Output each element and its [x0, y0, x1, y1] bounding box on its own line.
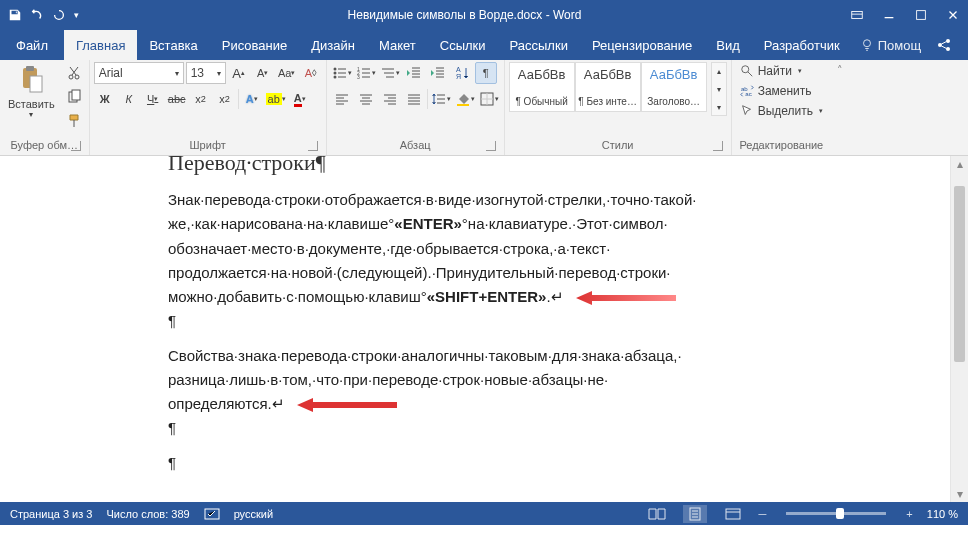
save-icon[interactable] [8, 8, 22, 22]
style-heading1[interactable]: АаБбВвЗаголово… [641, 62, 707, 112]
svg-point-2 [863, 40, 870, 47]
styles-more-button[interactable]: ▾ [712, 99, 726, 115]
select-button[interactable]: Выделить▾ [736, 102, 827, 120]
tab-view[interactable]: Вид [704, 30, 752, 60]
bullets-button[interactable]: ▾ [331, 62, 353, 84]
zoom-in-button[interactable]: + [906, 508, 912, 520]
superscript-button[interactable]: x2 [214, 88, 236, 110]
subscript-button[interactable]: x2 [190, 88, 212, 110]
word-count[interactable]: Число слов: 389 [106, 508, 189, 520]
group-clipboard: Вставить ▾ Буфер обм… [0, 60, 90, 155]
read-mode-button[interactable] [645, 505, 669, 523]
tab-developer[interactable]: Разработчик [752, 30, 852, 60]
maximize-icon[interactable] [914, 8, 928, 22]
paragraph-launcher[interactable] [486, 141, 496, 151]
tab-draw[interactable]: Рисование [210, 30, 299, 60]
styles-down-button[interactable]: ▾ [712, 81, 726, 97]
clipboard-launcher[interactable] [71, 141, 81, 151]
tab-home[interactable]: Главная [64, 30, 137, 60]
show-marks-button[interactable]: ¶ [475, 62, 497, 84]
font-color-button[interactable]: A▾ [289, 88, 311, 110]
ribbon-options-icon[interactable] [850, 8, 864, 22]
styles-launcher[interactable] [713, 141, 723, 151]
vertical-scrollbar[interactable]: ▴ ▾ [950, 156, 968, 502]
style-heading1-label: Заголово… [647, 96, 700, 107]
numbering-button[interactable]: 123▾ [355, 62, 377, 84]
tab-insert[interactable]: Вставка [137, 30, 209, 60]
svg-text:Я: Я [456, 73, 461, 80]
italic-button[interactable]: К [118, 88, 140, 110]
replace-button[interactable]: abacЗаменить [736, 82, 827, 100]
window-title: Невидимые символы в Ворде.docx - Word [79, 8, 850, 22]
page-status[interactable]: Страница 3 из 3 [10, 508, 92, 520]
web-layout-button[interactable] [721, 505, 745, 523]
group-font-label: Шрифт [190, 139, 226, 151]
clear-format-button[interactable]: A◊ [300, 62, 322, 84]
justify-button[interactable] [403, 88, 425, 110]
shrink-font-button[interactable]: A▾ [252, 62, 274, 84]
font-launcher[interactable] [308, 141, 318, 151]
line-spacing-button[interactable]: ▾ [430, 88, 452, 110]
tab-design[interactable]: Дизайн [299, 30, 367, 60]
scrollbar-thumb[interactable] [954, 186, 965, 362]
tab-mailings[interactable]: Рассылки [498, 30, 580, 60]
font-size-select[interactable]: 13▾ [186, 62, 226, 84]
undo-icon[interactable] [30, 8, 44, 22]
outdent-icon [406, 65, 422, 81]
redo-icon[interactable] [52, 8, 66, 22]
multilevel-button[interactable]: ▾ [379, 62, 401, 84]
decrease-indent-button[interactable] [403, 62, 425, 84]
close-icon[interactable] [946, 8, 960, 22]
minimize-icon[interactable] [882, 8, 896, 22]
zoom-slider[interactable] [786, 512, 886, 515]
underline-button[interactable]: Ч▾ [142, 88, 164, 110]
paste-button[interactable]: Вставить ▾ [4, 62, 59, 121]
align-center-button[interactable] [355, 88, 377, 110]
grow-font-button[interactable]: A▴ [228, 62, 250, 84]
cut-button[interactable] [63, 62, 85, 84]
shading-button[interactable]: ▾ [454, 88, 476, 110]
style-normal[interactable]: АаБбВв¶ Обычный [509, 62, 575, 112]
paste-label: Вставить [8, 98, 55, 110]
line-spacing-icon [431, 91, 447, 107]
increase-indent-button[interactable] [427, 62, 449, 84]
tab-review[interactable]: Рецензирование [580, 30, 704, 60]
zoom-out-button[interactable]: ─ [759, 508, 767, 520]
collapse-ribbon-button[interactable]: ˄ [831, 60, 849, 155]
proofing-icon[interactable] [204, 507, 220, 521]
share-button[interactable] [924, 30, 964, 60]
doc-pilcrow: ¶ [168, 311, 872, 331]
zoom-knob[interactable] [836, 508, 844, 519]
align-left-button[interactable] [331, 88, 353, 110]
find-button[interactable]: Найти▾ [736, 62, 827, 80]
tell-me[interactable]: Помощ [860, 30, 921, 60]
style-nospacing-label: ¶ Без инте… [578, 96, 637, 107]
group-editing: Найти▾ abacЗаменить Выделить▾ Редактиров… [732, 60, 831, 155]
page-content[interactable]: Перевод·строки¶ Знак·перевода·строки·ото… [18, 156, 932, 477]
change-case-button[interactable]: Aa▾ [276, 62, 298, 84]
text-effects-button[interactable]: A▾ [241, 88, 263, 110]
copy-button[interactable] [63, 86, 85, 108]
tab-layout[interactable]: Макет [367, 30, 428, 60]
align-right-button[interactable] [379, 88, 401, 110]
scroll-down-icon[interactable]: ▾ [951, 486, 968, 502]
tab-file[interactable]: Файл [4, 30, 60, 60]
sort-button[interactable]: AЯ [451, 62, 473, 84]
zoom-value[interactable]: 110 % [927, 508, 958, 520]
font-name-select[interactable]: Arial▾ [94, 62, 184, 84]
print-layout-button[interactable] [683, 505, 707, 523]
svg-point-14 [333, 72, 336, 75]
scroll-up-icon[interactable]: ▴ [951, 156, 968, 172]
style-nospacing[interactable]: АаБбВв¶ Без инте… [575, 62, 641, 112]
font-name-value: Arial [99, 66, 123, 80]
language-status[interactable]: русский [234, 508, 273, 520]
numbering-icon: 123 [356, 65, 372, 81]
highlight-button[interactable]: ab▾ [265, 88, 287, 110]
strikethrough-button[interactable]: abc [166, 88, 188, 110]
styles-up-button[interactable]: ▴ [712, 63, 726, 79]
tab-references[interactable]: Ссылки [428, 30, 498, 60]
bold-button[interactable]: Ж [94, 88, 116, 110]
borders-button[interactable]: ▾ [478, 88, 500, 110]
format-painter-button[interactable] [63, 110, 85, 132]
replace-icon: abac [740, 84, 754, 98]
